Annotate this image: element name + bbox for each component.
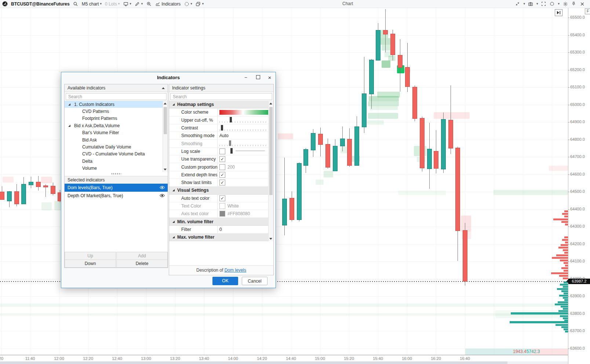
value-text[interactable]: 0 — [219, 227, 222, 232]
settings-row[interactable]: Auto text color✓ — [169, 195, 273, 202]
settings-value[interactable] — [217, 124, 273, 132]
chevron-down-icon[interactable]: ▾ — [523, 2, 525, 5]
settings-row[interactable]: Axis text color#FF808080 — [169, 210, 273, 218]
indicator-tree[interactable]: 1. Custom IndicatorsCVD PatternsFootprin… — [65, 101, 168, 172]
settings-value[interactable] — [217, 117, 273, 124]
settings-row[interactable]: Log scale — [169, 148, 273, 155]
settings-list[interactable]: Heatmap settingsColor schemeUpper cut-of… — [169, 101, 273, 241]
settings-row[interactable]: Upper cut-off, % — [169, 117, 273, 124]
tree-item[interactable]: Delta — [65, 158, 168, 165]
settings-group-header[interactable]: Visual Settings — [169, 187, 273, 194]
value-text[interactable]: Auto — [219, 133, 229, 138]
camera-icon[interactable] — [528, 1, 533, 7]
available-search-input[interactable] — [66, 93, 167, 100]
expander-icon[interactable] — [172, 189, 175, 191]
up-button[interactable]: Up — [65, 252, 116, 260]
settings-value[interactable]: ✓ — [217, 179, 273, 186]
settings-value[interactable]: Auto — [217, 132, 273, 139]
tree-item[interactable]: Cumulative Daily Volume — [65, 143, 168, 150]
close-icon[interactable] — [579, 1, 585, 7]
slider[interactable] — [219, 140, 267, 147]
slider[interactable] — [227, 148, 266, 154]
tree-scrollbar-thumb[interactable] — [164, 107, 167, 134]
settings-value[interactable]: ✓ — [217, 195, 273, 202]
expander-icon[interactable] — [172, 221, 175, 223]
search-icon[interactable] — [73, 1, 79, 7]
screens-dropdown[interactable]: ▾ — [123, 1, 131, 7]
color-scheme-gradient[interactable] — [219, 110, 268, 115]
draw-dropdown[interactable]: ▾ — [135, 1, 143, 7]
chevron-down-icon[interactable]: ▾ — [558, 2, 560, 5]
symbol-label[interactable]: BTCUSDT@BinanceFutures — [11, 1, 70, 7]
description-link[interactable]: Dom levels — [225, 268, 246, 273]
app-logo[interactable] — [2, 1, 8, 7]
color-swatch[interactable] — [219, 211, 225, 217]
delete-button[interactable]: Delete — [116, 260, 168, 268]
settings-row[interactable]: Smoothing — [169, 140, 273, 147]
tree-item[interactable]: Footprint Patterns — [65, 115, 168, 122]
eye-icon[interactable] — [160, 185, 165, 191]
settings-scrollbar-thumb[interactable] — [269, 107, 273, 195]
settings-scrollbar[interactable] — [268, 101, 273, 241]
checkbox[interactable]: ✓ — [219, 195, 225, 201]
zoom-in-icon[interactable] — [146, 1, 152, 7]
settings-row[interactable]: Use transparency✓ — [169, 155, 273, 163]
slider[interactable] — [219, 117, 267, 123]
expand-icon[interactable] — [541, 1, 546, 7]
pin-icon[interactable] — [571, 1, 576, 7]
maximize-button[interactable] — [254, 74, 262, 81]
scroll-up-icon[interactable] — [269, 103, 272, 104]
windows-dropdown[interactable]: ▾ — [196, 1, 204, 7]
checkbox[interactable]: ✓ — [219, 172, 225, 178]
expander-icon[interactable] — [172, 236, 175, 238]
settings-group-header[interactable]: Max. volume filter — [169, 234, 273, 241]
settings-row[interactable]: Smoothing modeAuto — [169, 132, 273, 140]
scroll-up-icon[interactable] — [164, 103, 167, 104]
tree-item[interactable]: Bid x Ask,Delta,Volume — [65, 122, 168, 129]
tree-item[interactable]: CVD Patterns — [65, 108, 168, 115]
settings-row[interactable]: Text ColorWhite — [169, 202, 273, 210]
settings-group-header[interactable]: Heatmap settings — [169, 101, 273, 109]
slider[interactable] — [219, 125, 267, 131]
ok-button[interactable]: OK — [212, 277, 238, 285]
tree-item[interactable]: Bar's Volume Filter — [65, 129, 168, 136]
jump-to-end-button[interactable] — [555, 9, 562, 16]
tree-item[interactable]: Bid Ask — [65, 136, 168, 143]
expander-icon[interactable] — [68, 125, 70, 127]
selected-indicators-list[interactable]: Dom levels(Bars, True)Depth Of Market(Ba… — [65, 184, 168, 200]
settings-value[interactable] — [217, 109, 273, 116]
settings-group-header[interactable]: Min. volume filter — [169, 218, 273, 225]
available-indicators-header[interactable]: Available indicators — [65, 84, 168, 92]
chevron-down-icon[interactable]: ▾ — [536, 2, 538, 5]
checkbox[interactable] — [219, 164, 225, 170]
close-button[interactable]: × — [266, 74, 274, 81]
collapse-icon[interactable] — [515, 1, 520, 7]
down-button[interactable]: Down — [65, 260, 116, 268]
scroll-down-icon[interactable] — [269, 238, 272, 240]
checkbox[interactable]: ✓ — [219, 180, 225, 185]
panel-splitter[interactable] — [65, 172, 168, 175]
gear-icon[interactable] — [562, 1, 568, 7]
expander-icon[interactable] — [172, 103, 175, 106]
settings-value[interactable]: White — [217, 202, 273, 210]
collapse-up-icon[interactable] — [162, 87, 165, 89]
settings-row[interactable]: Contrast — [169, 124, 273, 132]
settings-value[interactable]: ✓ — [217, 155, 273, 163]
settings-value[interactable]: 0 — [217, 226, 273, 233]
color-swatch[interactable] — [219, 203, 225, 209]
tree-item[interactable]: CVD - Cumulative Volume Delta — [65, 151, 168, 158]
tree-item[interactable]: Volume — [65, 165, 168, 172]
settings-value[interactable]: #FF808080 — [217, 210, 273, 217]
circle-icon[interactable] — [549, 1, 555, 7]
f-badge[interactable]: F — [585, 8, 590, 14]
timeframe-dropdown[interactable]: M5 chart▾ — [82, 1, 102, 7]
selection-dropdown[interactable]: ▾ — [184, 1, 192, 7]
checkbox[interactable] — [219, 148, 225, 154]
minimize-button[interactable]: − — [242, 74, 250, 81]
expander-icon[interactable] — [68, 103, 70, 106]
tree-item[interactable]: 1. Custom Indicators — [65, 101, 168, 108]
settings-row[interactable]: Extend depth lines✓ — [169, 171, 273, 179]
settings-value[interactable] — [217, 148, 273, 155]
add-button[interactable]: Add — [116, 252, 168, 260]
selected-indicator-row[interactable]: Dom levels(Bars, True) — [65, 184, 168, 192]
